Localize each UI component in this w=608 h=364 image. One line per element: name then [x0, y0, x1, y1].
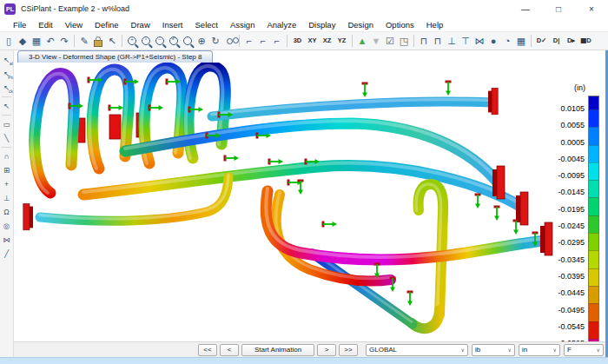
move-up-button[interactable]: ▲ [355, 33, 369, 49]
anchor-right-1[interactable] [492, 166, 505, 199]
support-marker[interactable] [224, 156, 240, 162]
support-marker[interactable] [513, 220, 519, 235]
box-select-tool[interactable]: ▭ [0, 117, 13, 131]
support-marker[interactable] [494, 206, 500, 222]
anchor-right-3[interactable] [540, 222, 552, 255]
draw-pencil-button[interactable]: ✎ [77, 33, 91, 49]
select-points-pointer-tool[interactable]: ↖Ps [0, 67, 13, 81]
view-xy-button[interactable]: XY [305, 33, 320, 49]
zoom-extents-button[interactable] [181, 33, 195, 49]
view-yz-button[interactable]: YZ [334, 33, 349, 49]
anchor-bottom-left[interactable] [23, 203, 33, 229]
support-marker[interactable] [407, 291, 413, 307]
new-model-button[interactable]: ▯ [2, 33, 16, 49]
pointer-tool[interactable]: ↖ [0, 99, 13, 113]
undo-button[interactable]: ↶ [43, 33, 57, 49]
menu-item-select[interactable]: Select [189, 20, 224, 30]
legend-color-cell [589, 96, 598, 109]
support-marker[interactable] [149, 105, 164, 111]
zoom-previous-button[interactable]: ↶ [167, 33, 181, 49]
support-marker[interactable] [109, 105, 124, 111]
pipe-run-middle[interactable] [83, 166, 521, 207]
design-check-button[interactable]: D✓ [534, 33, 549, 49]
force-unit-select[interactable]: lb∨ [472, 344, 515, 356]
menu-item-file[interactable]: File [7, 20, 32, 30]
menu-item-options[interactable]: Options [380, 20, 420, 30]
measure-tool[interactable]: ╱ [0, 247, 13, 261]
trapeze-support-button[interactable]: ⋈ [473, 33, 486, 49]
insert-anchor-tool[interactable]: ⊥ [0, 191, 13, 205]
support-marker[interactable] [188, 107, 204, 113]
draw-line-tool[interactable]: ╲ [0, 131, 13, 145]
run-analysis-button[interactable]: ◔ [500, 33, 514, 49]
tables-button[interactable]: ▦ [514, 33, 528, 49]
rotate-view-button[interactable]: ↻ [208, 33, 222, 49]
support-marker[interactable] [475, 194, 481, 209]
insert-hanger-tool[interactable]: Ω [0, 205, 13, 219]
save-button[interactable]: ▦ [30, 33, 43, 49]
close-icon[interactable]: × [575, 0, 608, 17]
step-last-button[interactable]: >> [339, 344, 358, 356]
menu-item-help[interactable]: Help [420, 20, 450, 30]
support-hanger-button[interactable]: ⊤ [459, 33, 473, 49]
view-3d-button[interactable]: 3D [290, 33, 305, 49]
start-animation-button[interactable]: Start Animation [241, 344, 314, 356]
deformed-shape-3d-scene[interactable] [14, 63, 570, 341]
insert-flange-tool[interactable]: ◎ [0, 219, 13, 233]
design-run-button[interactable]: D▸ [564, 33, 578, 49]
length-unit-select[interactable]: in∨ [519, 344, 560, 356]
temperature-unit-select[interactable]: F∨ [564, 344, 604, 356]
menu-item-design[interactable]: Design [341, 20, 380, 30]
pipe-bend-button[interactable]: ⌐ [242, 33, 256, 49]
import-button[interactable]: ◆ [16, 33, 30, 49]
menu-item-define[interactable]: Define [89, 20, 124, 30]
support-marker[interactable] [322, 222, 338, 228]
view-tab[interactable]: 3-D View - Deformed Shape (GR->P1+Seismi… [17, 50, 213, 63]
pipe-branch-button[interactable]: ⌐ [270, 33, 284, 49]
support-marker[interactable] [362, 83, 368, 98]
select-check-button[interactable]: ☑ [383, 33, 397, 49]
anchor-top[interactable] [488, 88, 498, 114]
select-all-pointer-tool[interactable]: ↖al [0, 53, 13, 67]
support-marker[interactable] [298, 180, 304, 195]
lock-button[interactable] [91, 33, 105, 49]
draw-pipe-tool[interactable]: ∩ [0, 149, 13, 163]
pointer-button[interactable]: ↖ [105, 33, 119, 49]
zoom-in-button[interactable]: + [125, 33, 139, 49]
menu-item-edit[interactable]: Edit [32, 20, 58, 30]
insert-support-tool[interactable]: + [0, 177, 13, 191]
zoom-window-button[interactable]: ▫ [139, 33, 153, 49]
pipe-elbow-button[interactable]: ⌐ [256, 33, 270, 49]
design-points-button[interactable]: D| [549, 33, 564, 49]
menu-item-display[interactable]: Display [302, 20, 341, 30]
perspective-glasses-button[interactable] [222, 33, 236, 49]
maximize-icon[interactable]: □ [542, 0, 575, 17]
step-forward-button[interactable]: > [317, 344, 336, 356]
pan-button[interactable]: ⊕ [195, 33, 208, 49]
coordinate-system-select[interactable]: GLOBAL∨ [366, 344, 468, 356]
shrink-fit-button[interactable]: ◳ [397, 33, 411, 49]
redo-button[interactable]: ↷ [57, 33, 71, 49]
view-xz-button[interactable]: XZ [320, 33, 334, 49]
zoom-out-button[interactable]: − [153, 33, 167, 49]
frame-support-button[interactable]: ⊓ [417, 33, 431, 49]
menu-item-assign[interactable]: Assign [224, 20, 261, 30]
menu-item-draw[interactable]: Draw [125, 20, 156, 30]
menu-item-analyze[interactable]: Analyze [261, 20, 302, 30]
insert-box-tool[interactable]: ⊞ [0, 163, 13, 177]
insert-valve-tool[interactable]: ⋈ [0, 233, 13, 247]
frame-grid-button[interactable]: ⊓ [431, 33, 445, 49]
menu-item-insert[interactable]: Insert [156, 20, 189, 30]
support-marker[interactable] [446, 81, 452, 96]
clear-selection-pointer-tool[interactable]: ↖ck [0, 81, 13, 95]
minimize-icon[interactable]: — [509, 0, 542, 17]
model-view-canvas[interactable]: (in) 0.01050.00550.0005-0.0045-0.0095-0.… [14, 63, 608, 341]
globe-button[interactable]: ● [486, 33, 500, 49]
menu-item-view[interactable]: View [59, 20, 89, 30]
support-marker[interactable] [268, 159, 284, 165]
design-report-button[interactable]: ▦D [578, 33, 593, 49]
step-back-button[interactable]: < [220, 344, 239, 356]
step-first-button[interactable]: << [198, 344, 217, 356]
support-pin-button[interactable]: ⊥ [445, 33, 459, 49]
move-down-button[interactable]: ▼ [369, 33, 383, 49]
